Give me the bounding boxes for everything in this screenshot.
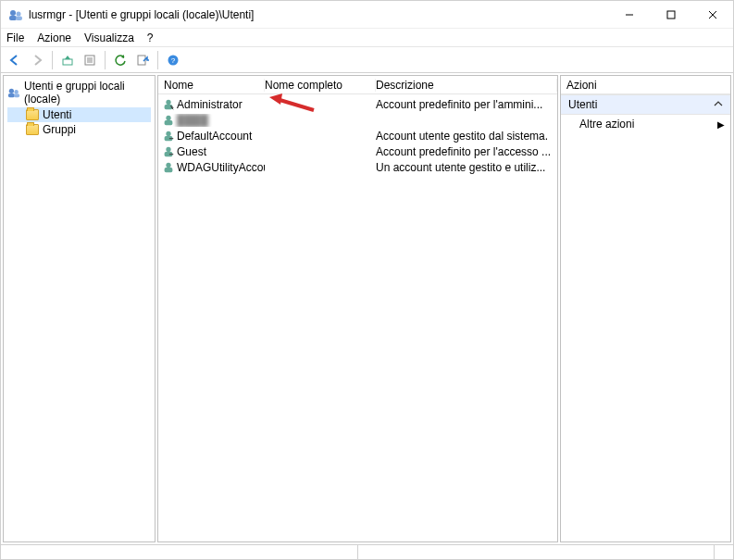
statusbar xyxy=(1,544,733,559)
help-button[interactable]: ? xyxy=(163,50,183,70)
export-list-button[interactable] xyxy=(132,50,153,70)
svg-rect-17 xyxy=(8,93,15,97)
menu-help[interactable]: ? xyxy=(147,31,154,44)
actions-pane: Azioni Utenti Altre azioni ▶ xyxy=(560,75,731,542)
col-header-description[interactable]: Descrizione xyxy=(376,79,557,92)
svg-point-23 xyxy=(166,115,170,119)
actions-more-label: Altre azioni xyxy=(579,118,634,131)
status-grip xyxy=(715,545,733,559)
folder-icon xyxy=(26,109,39,120)
user-name: WDAGUtilityAccount xyxy=(177,161,265,174)
actions-more[interactable]: Altre azioni ▶ xyxy=(561,115,730,133)
user-icon xyxy=(162,145,175,158)
users-groups-icon xyxy=(7,86,20,99)
toolbar-separator xyxy=(157,51,158,69)
user-description: Un account utente gestito e utiliz... xyxy=(376,161,545,174)
user-icon xyxy=(162,98,175,111)
menu-file[interactable]: File xyxy=(6,31,24,44)
tree-groups-label: Gruppi xyxy=(43,123,76,136)
user-row[interactable]: Administrator Account predefinito per l'… xyxy=(158,96,557,112)
app-icon xyxy=(8,7,23,22)
titlebar: lusrmgr - [Utenti e gruppi locali (local… xyxy=(1,1,733,29)
actions-group-title[interactable]: Utenti xyxy=(561,94,730,115)
svg-point-29 xyxy=(166,162,170,167)
svg-point-27 xyxy=(166,146,170,151)
user-icon xyxy=(162,130,175,143)
user-description: Account utente gestito dal sistema. xyxy=(376,130,548,143)
svg-point-2 xyxy=(17,11,21,16)
user-description: Account predefinito per l'ammini... xyxy=(376,98,542,111)
svg-rect-5 xyxy=(667,11,675,19)
user-icon xyxy=(162,114,175,127)
user-row[interactable]: DefaultAccount Account utente gestito da… xyxy=(158,128,557,143)
user-name: Guest xyxy=(177,145,206,158)
svg-rect-19 xyxy=(14,93,19,97)
submenu-arrow-icon: ▶ xyxy=(717,119,725,130)
window-title: lusrmgr - [Utenti e gruppi locali (local… xyxy=(29,8,254,21)
tree-pane: Utenti e gruppi locali (locale) Utenti G… xyxy=(3,75,156,542)
main-content: Utenti e gruppi locali (locale) Utenti G… xyxy=(1,73,733,544)
list-header: Nome Nome completo Descrizione xyxy=(158,76,557,94)
window-controls xyxy=(608,1,733,28)
maximize-button[interactable] xyxy=(650,1,691,28)
svg-rect-1 xyxy=(9,16,17,20)
refresh-button[interactable] xyxy=(110,50,131,70)
svg-rect-8 xyxy=(63,59,72,65)
minimize-button[interactable] xyxy=(608,1,650,28)
status-segment xyxy=(358,545,715,559)
svg-rect-24 xyxy=(165,120,173,125)
user-name: Administrator xyxy=(177,98,243,111)
toolbar: ? xyxy=(1,47,733,73)
svg-point-16 xyxy=(9,89,14,93)
svg-rect-30 xyxy=(165,168,173,172)
properties-button[interactable] xyxy=(80,50,100,70)
svg-text:?: ? xyxy=(171,56,176,65)
close-button[interactable] xyxy=(691,1,733,28)
tree-root-node[interactable]: Utenti e gruppi locali (locale) xyxy=(7,78,151,107)
lusrmgr-window: lusrmgr - [Utenti e gruppi locali (local… xyxy=(0,0,734,560)
toolbar-separator xyxy=(105,51,106,69)
list-pane: Nome Nome completo Descrizione Ad xyxy=(157,75,558,542)
tree-root-label: Utenti e gruppi locali (locale) xyxy=(24,80,151,106)
svg-point-0 xyxy=(10,10,16,16)
menubar: File Azione Visualizza ? xyxy=(1,29,733,47)
user-name: ████ xyxy=(177,114,208,127)
menu-action[interactable]: Azione xyxy=(37,31,71,44)
svg-point-18 xyxy=(14,90,18,93)
user-name: DefaultAccount xyxy=(177,130,252,143)
svg-point-25 xyxy=(166,131,170,135)
folder-icon xyxy=(26,124,39,135)
up-button[interactable] xyxy=(57,50,78,70)
tree-users-label: Utenti xyxy=(43,108,71,121)
user-row[interactable]: Guest Account predefinito per l'accesso … xyxy=(158,143,557,159)
user-description: Account predefinito per l'accesso ... xyxy=(376,145,551,158)
status-segment xyxy=(1,545,358,559)
col-header-fullname[interactable]: Nome completo xyxy=(265,79,376,92)
user-row[interactable]: WDAGUtilityAccount Un account utente ges… xyxy=(158,159,557,175)
user-row[interactable]: ████ xyxy=(158,112,557,128)
menu-view[interactable]: Visualizza xyxy=(84,31,134,44)
tree-node-users[interactable]: Utenti xyxy=(7,107,151,122)
toolbar-separator xyxy=(52,51,53,69)
forward-button[interactable] xyxy=(27,50,47,70)
svg-rect-3 xyxy=(16,16,22,20)
console-tree[interactable]: Utenti e gruppi locali (locale) Utenti G… xyxy=(4,76,155,139)
collapse-icon xyxy=(714,100,723,109)
user-icon xyxy=(162,161,175,174)
list-body[interactable]: Administrator Account predefinito per l'… xyxy=(158,94,557,541)
actions-header: Azioni xyxy=(561,76,730,94)
actions-group-label: Utenti xyxy=(568,98,597,111)
col-header-name[interactable]: Nome xyxy=(158,79,265,92)
svg-point-22 xyxy=(170,105,171,106)
back-button[interactable] xyxy=(5,50,25,70)
svg-point-20 xyxy=(166,99,170,104)
tree-node-groups[interactable]: Gruppi xyxy=(7,122,151,137)
